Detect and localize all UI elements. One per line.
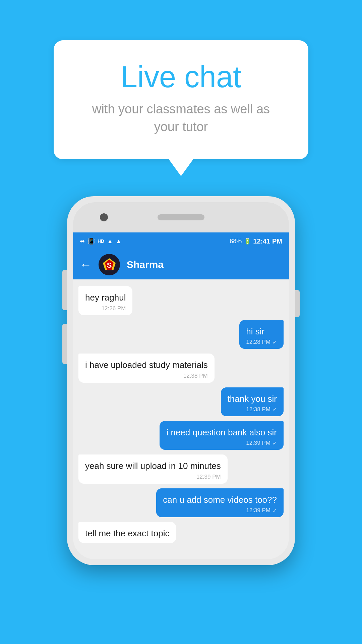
phone-inner: ⬌ 📳 HD ▲ ▲ 68% 🔋 12:41 PM ← [73, 202, 289, 559]
back-button[interactable]: ← [80, 258, 92, 272]
message-bubble: can u add some videos too?? 12:39 PM ✓ [156, 488, 284, 517]
message-bubble: thank you sir 12:38 PM ✓ [221, 387, 284, 416]
screen: ⬌ 📳 HD ▲ ▲ 68% 🔋 12:41 PM ← [73, 232, 289, 559]
status-bar: ⬌ 📳 HD ▲ ▲ 68% 🔋 12:41 PM [73, 232, 289, 250]
read-receipt-icon: ✓ [273, 440, 277, 446]
message-text: yeah sure will upload in 10 minutes [85, 460, 221, 472]
message-row: thank you sir 12:38 PM ✓ [78, 387, 284, 416]
signal-icon: ▲ [116, 238, 122, 245]
feature-subtitle: with your classmates as well as your tut… [80, 100, 282, 136]
message-time: 12:38 PM [183, 373, 208, 379]
app-header: ← S Sharma [73, 250, 289, 279]
message-text: can u add some videos too?? [163, 494, 277, 506]
message-meta: 12:28 PM ✓ [246, 339, 277, 345]
message-bubble: tell me the exact topic [78, 522, 176, 543]
message-row: can u add some videos too?? 12:39 PM ✓ [78, 488, 284, 517]
avatar: S [99, 254, 120, 275]
status-icons-left: ⬌ 📳 HD ▲ ▲ [80, 237, 122, 245]
message-text: thank you sir [228, 393, 277, 405]
chat-area[interactable]: hey raghul 12:26 PM hi sir 12:28 PM [73, 279, 289, 559]
message-time: 12:39 PM [246, 507, 270, 514]
status-info-right: 68% 🔋 12:41 PM [230, 237, 282, 245]
message-bubble: i have uploaded study materials 12:38 PM [78, 354, 215, 382]
message-row: i have uploaded study materials 12:38 PM [78, 354, 284, 382]
message-time: 12:28 PM [246, 339, 270, 345]
read-receipt-icon: ✓ [273, 339, 277, 345]
wifi-icon: ▲ [107, 238, 113, 245]
battery-icon: 🔋 [244, 237, 251, 245]
message-meta: 12:39 PM ✓ [163, 507, 277, 514]
message-time: 12:26 PM [102, 305, 126, 312]
message-time: 12:39 PM [246, 440, 270, 446]
phone-mockup: ⬌ 📳 HD ▲ ▲ 68% 🔋 12:41 PM ← [67, 196, 295, 565]
message-row: hi sir 12:28 PM ✓ [78, 320, 284, 349]
message-text: tell me the exact topic [85, 527, 169, 539]
message-bubble: hey raghul 12:26 PM [78, 286, 132, 315]
bluetooth-icon: ⬌ [80, 237, 85, 245]
contact-name: Sharma [127, 259, 164, 270]
message-row: yeah sure will upload in 10 minutes 12:3… [78, 454, 284, 483]
message-text: i need question bank also sir [166, 426, 277, 438]
status-time: 12:41 PM [253, 237, 282, 245]
message-row: i need question bank also sir 12:39 PM ✓ [78, 421, 284, 450]
message-bubble: hi sir 12:28 PM ✓ [239, 320, 284, 349]
message-row: hey raghul 12:26 PM [78, 286, 284, 315]
message-text: hi sir [246, 325, 277, 337]
message-bubble: yeah sure will upload in 10 minutes 12:3… [78, 454, 228, 483]
svg-text:S: S [107, 261, 112, 269]
feature-card: Live chat with your classmates as well a… [54, 40, 308, 159]
camera-icon [100, 213, 108, 221]
message-meta: 12:38 PM ✓ [228, 406, 277, 413]
vibrate-icon: 📳 [87, 237, 95, 245]
message-meta: 12:38 PM [85, 373, 208, 379]
message-meta: 12:39 PM ✓ [166, 440, 277, 446]
phone-outer: ⬌ 📳 HD ▲ ▲ 68% 🔋 12:41 PM ← [67, 196, 295, 565]
superman-avatar-icon: S [101, 256, 118, 273]
message-time: 12:38 PM [246, 406, 270, 413]
message-text: i have uploaded study materials [85, 359, 208, 371]
read-receipt-icon: ✓ [273, 406, 277, 413]
phone-top-bar [73, 202, 289, 232]
message-row: tell me the exact topic [78, 522, 284, 543]
message-meta: 12:26 PM [85, 305, 126, 312]
feature-title: Live chat [80, 60, 282, 94]
hd-icon: HD [98, 238, 104, 244]
speaker [158, 214, 204, 220]
read-receipt-icon: ✓ [273, 507, 277, 514]
message-meta: 12:39 PM [85, 474, 221, 480]
message-bubble: i need question bank also sir 12:39 PM ✓ [160, 421, 284, 450]
message-time: 12:39 PM [196, 474, 221, 480]
battery-percentage: 68% [230, 238, 242, 245]
message-text: hey raghul [85, 291, 126, 304]
